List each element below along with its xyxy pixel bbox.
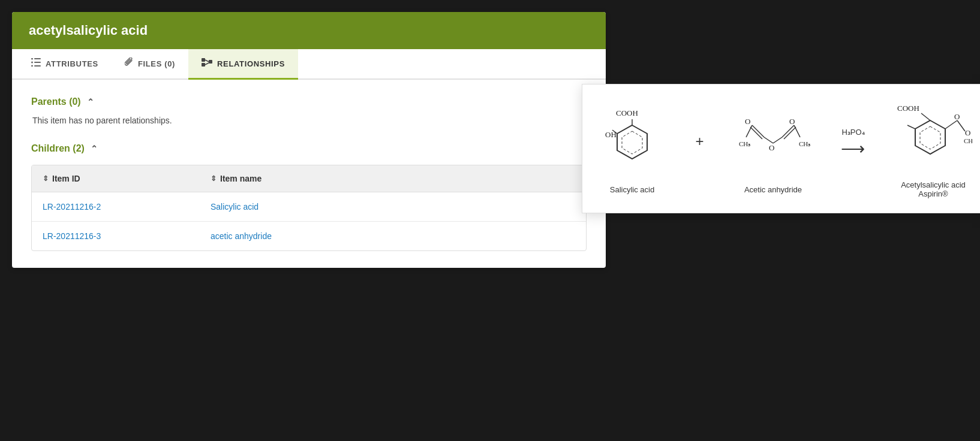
chemistry-diagram: COOH OH Salicylic acid + — [599, 102, 972, 198]
svg-rect-1 — [34, 62, 41, 63]
svg-line-35 — [921, 113, 930, 120]
tab-files-label: FILES (0) — [138, 59, 175, 68]
svg-line-25 — [773, 137, 782, 143]
children-label: Children (2) — [31, 143, 85, 154]
chemistry-popup: COOH OH Salicylic acid + — [582, 84, 980, 213]
col-header-id[interactable]: ⇕ Item ID — [43, 174, 211, 183]
svg-rect-0 — [34, 58, 41, 59]
svg-line-36 — [907, 125, 915, 129]
table-row: LR-20211216-3 acetic anhydride — [32, 222, 586, 250]
svg-text:O: O — [954, 112, 960, 121]
svg-rect-6 — [202, 58, 205, 62]
svg-marker-34 — [920, 126, 940, 149]
svg-text:COOH: COOH — [897, 104, 919, 113]
row-2-name: acetic anhydride — [211, 231, 575, 241]
tabs-bar: ATTRIBUTES FILES (0) — [12, 49, 606, 80]
main-panel: acetylsalicylic acid ATTRIBUTES — [12, 12, 606, 268]
tab-files[interactable]: FILES (0) — [112, 49, 188, 80]
row-2-id-link[interactable]: LR-20211216-3 — [43, 231, 211, 241]
list-icon — [31, 58, 41, 69]
reaction-arrow: ⟶ — [841, 139, 865, 159]
plus-sign: + — [695, 133, 704, 150]
salicylic-acid-label: Salicylic acid — [610, 185, 654, 194]
compound-acetic-anhydride: O O O CH₃ — [734, 107, 812, 194]
svg-text:O: O — [965, 128, 970, 137]
catalyst-label: H₃PO₄ — [841, 128, 864, 137]
compound-salicylic-acid: COOH OH Salicylic acid — [599, 107, 665, 194]
svg-point-5 — [31, 65, 33, 67]
tab-attributes-label: ATTRIBUTES — [46, 59, 98, 68]
paperclip-icon — [125, 58, 133, 70]
svg-line-24 — [764, 137, 773, 143]
aspirin-svg: COOH O O CH₃ — [894, 102, 972, 174]
svg-point-4 — [31, 62, 33, 64]
svg-text:CH₃: CH₃ — [739, 140, 750, 147]
svg-text:O: O — [745, 117, 750, 126]
parents-label: Parents (0) — [31, 96, 81, 107]
row-1-id-link[interactable]: LR-20211216-2 — [43, 202, 211, 212]
children-table: ⇕ Item ID ⇕ Item name LR-20211216-2 Sali… — [31, 165, 587, 251]
svg-text:COOH: COOH — [616, 108, 638, 117]
parents-chevron[interactable]: ⌃ — [87, 97, 94, 107]
sort-icon-name: ⇕ — [211, 174, 217, 183]
reaction-arrow-container: H₃PO₄ ⟶ — [841, 128, 865, 159]
page-header: acetylsalicylic acid — [12, 12, 606, 49]
svg-rect-7 — [202, 63, 205, 67]
col-header-name[interactable]: ⇕ Item name — [211, 174, 575, 183]
acetic-anhydride-label: Acetic anhydride — [744, 185, 802, 194]
compound-aspirin: COOH O O CH₃ — [894, 102, 972, 198]
table-header: ⇕ Item ID ⇕ Item name — [32, 165, 586, 192]
tab-relationships[interactable]: RELATIONSHIPS — [188, 49, 298, 80]
svg-text:CH₃: CH₃ — [799, 140, 810, 147]
tab-relationships-label: RELATIONSHIPS — [217, 59, 285, 68]
svg-rect-8 — [209, 60, 212, 64]
col-header-name-label: Item name — [220, 174, 261, 183]
svg-marker-14 — [622, 131, 642, 154]
svg-line-39 — [957, 120, 965, 131]
content-area: Parents (0) ⌃ This item has no parent re… — [12, 80, 606, 268]
row-1-name: Salicylic acid — [211, 202, 575, 212]
svg-line-38 — [945, 120, 957, 129]
aspirin-label: Acetylsalicylic acidAspirin® — [901, 180, 966, 198]
svg-text:O: O — [769, 143, 774, 152]
salicylic-acid-svg: COOH OH — [599, 107, 665, 179]
parents-empty-message: This item has no parent relationships. — [31, 116, 587, 125]
children-section-title: Children (2) ⌃ — [31, 143, 587, 154]
svg-point-3 — [31, 58, 33, 60]
parents-section-title: Parents (0) ⌃ — [31, 96, 587, 107]
svg-text:O: O — [789, 117, 795, 126]
svg-line-9 — [205, 60, 209, 62]
svg-line-26 — [746, 125, 752, 137]
svg-text:CH₃: CH₃ — [964, 137, 972, 144]
relationships-icon — [202, 58, 212, 69]
svg-line-10 — [205, 63, 209, 65]
children-chevron[interactable]: ⌃ — [91, 144, 98, 153]
tab-attributes[interactable]: ATTRIBUTES — [18, 49, 112, 80]
page-title: acetylsalicylic acid — [29, 23, 148, 38]
svg-line-28 — [794, 125, 800, 137]
col-header-id-label: Item ID — [52, 174, 80, 183]
svg-rect-2 — [34, 65, 41, 67]
table-row: LR-20211216-2 Salicylic acid — [32, 192, 586, 222]
sort-icon-id: ⇕ — [43, 174, 49, 183]
acetic-anhydride-svg: O O O CH₃ — [734, 107, 812, 179]
